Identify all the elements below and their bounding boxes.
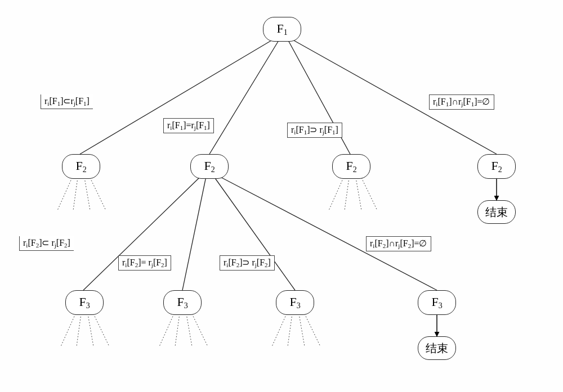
node-l1-f2-4: F2 xyxy=(477,154,516,179)
svg-line-23 xyxy=(186,314,192,346)
edge-label-root-2: ri[F1]=rj[F1] xyxy=(163,118,214,133)
svg-line-18 xyxy=(77,314,81,346)
node-label: F2 xyxy=(204,160,215,174)
edge-label-root-1: ri[F1]⊂rj[F1] xyxy=(41,94,93,109)
node-l2-f3-4: F3 xyxy=(418,290,456,315)
node-l2-end: 结束 xyxy=(418,336,456,360)
svg-line-15 xyxy=(214,177,295,290)
node-label: F3 xyxy=(289,296,300,310)
edge-label-root-3: ri[F1]⊃ rj[F1] xyxy=(287,123,342,138)
svg-line-1 xyxy=(209,40,279,154)
svg-line-26 xyxy=(288,314,292,346)
node-root-f1: F1 xyxy=(263,17,301,42)
tree-diagram: F1 F2 F2 F2 F2 结束 ri[F1]⊂rj[F1] ri[F1]=r… xyxy=(0,0,563,392)
svg-line-7 xyxy=(90,178,106,210)
node-l1-f2-2: F2 xyxy=(190,154,229,179)
node-l2-f3-2: F3 xyxy=(163,290,202,315)
svg-line-6 xyxy=(84,178,90,210)
edge-label-l1b-3: ri[F2]⊃ rj[F2] xyxy=(220,255,275,271)
svg-line-24 xyxy=(192,314,208,346)
svg-line-10 xyxy=(356,178,361,210)
svg-line-21 xyxy=(159,314,174,346)
node-label: 结束 xyxy=(426,343,448,354)
node-label: 结束 xyxy=(485,206,508,218)
node-label: F3 xyxy=(177,296,187,310)
node-label: F2 xyxy=(346,160,356,174)
tree-edges xyxy=(0,0,563,392)
svg-line-14 xyxy=(182,177,206,290)
svg-line-11 xyxy=(361,178,377,210)
svg-line-25 xyxy=(272,314,287,346)
node-label: F1 xyxy=(276,22,287,37)
node-l1-f2-3: F2 xyxy=(332,154,370,179)
svg-line-20 xyxy=(93,314,109,346)
node-label: F3 xyxy=(79,296,90,310)
edge-label-root-4: ri[F1]∩rj[F1]=∅ xyxy=(429,94,494,110)
node-l1-end: 结束 xyxy=(477,200,516,224)
node-l2-f3-3: F3 xyxy=(276,290,314,315)
svg-line-22 xyxy=(175,314,180,346)
node-label: F2 xyxy=(491,160,502,174)
svg-line-28 xyxy=(305,314,320,346)
node-l1-f2-1: F2 xyxy=(62,154,100,179)
svg-line-17 xyxy=(61,314,75,346)
svg-line-13 xyxy=(83,177,200,290)
node-label: F3 xyxy=(431,296,442,310)
svg-line-19 xyxy=(88,314,93,346)
edge-label-l1b-4: ri[F2]∩rj[F2]=∅ xyxy=(366,236,431,251)
node-l2-f3-1: F3 xyxy=(65,290,104,315)
svg-line-8 xyxy=(329,178,343,210)
svg-line-4 xyxy=(57,178,72,210)
svg-line-27 xyxy=(299,314,305,346)
edge-label-l1b-1: ri[F2]⊂ rj[F2] xyxy=(19,236,74,251)
node-label: F2 xyxy=(75,160,86,174)
svg-line-0 xyxy=(80,40,271,154)
svg-line-5 xyxy=(73,178,78,210)
edge-label-l1b-2: ri[F2]= rj[F2] xyxy=(118,255,171,271)
svg-line-9 xyxy=(345,178,349,210)
svg-line-16 xyxy=(220,177,437,290)
